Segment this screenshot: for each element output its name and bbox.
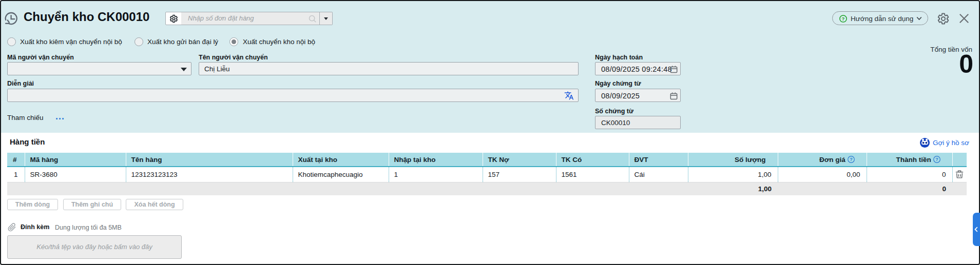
svg-text:?: ? xyxy=(842,16,845,22)
svg-text:?: ? xyxy=(935,157,938,162)
svg-text:?: ? xyxy=(850,157,853,162)
